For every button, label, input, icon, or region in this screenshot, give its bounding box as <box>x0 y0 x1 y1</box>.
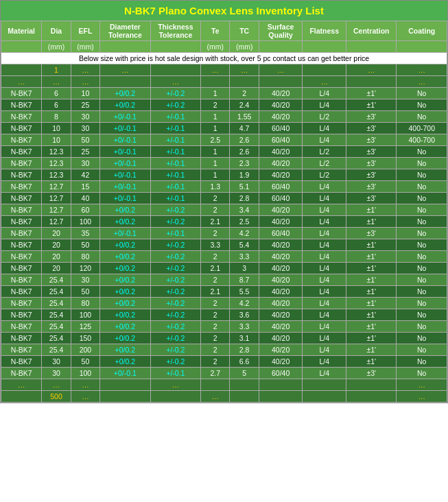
cell-cent: ±3' <box>346 193 397 204</box>
cell-tc: 4.2 <box>230 298 259 309</box>
table-row: N-BK72035+0/-0.1+/-0.124.260/40L/4±3'No <box>1 228 447 239</box>
cell-material: N-BK7 <box>1 274 42 286</box>
cell-coat: No <box>397 193 447 204</box>
cell-te <box>201 379 230 391</box>
cell-material: N-BK7 <box>1 146 42 158</box>
cell-thtol: +/-0.1 <box>150 134 200 146</box>
cell-cent: ±3' <box>346 181 397 193</box>
col-header-efl: EFL <box>71 21 99 41</box>
cell-cent: ±3' <box>346 146 397 158</box>
table-row: N-BK7610+0/0.2+/-0.21240/20L/4±1'No <box>1 88 447 99</box>
cell-material <box>1 64 42 76</box>
cell-cent: ±1' <box>346 298 397 309</box>
cell-tc: 6.6 <box>230 356 259 368</box>
cell-dia: 25.4 <box>42 286 71 298</box>
col-header-material: Material <box>1 21 42 41</box>
cell-coat: No <box>397 216 447 228</box>
cell-flat: L/2 <box>303 111 346 123</box>
cell-thtol: +/-0.1 <box>150 158 200 169</box>
col-header-sq: Surface Quality <box>259 21 303 41</box>
cell-cent: ±1' <box>346 274 397 286</box>
cell-material: N-BK7 <box>1 134 42 146</box>
cell-diatol: +0/-0.1 <box>100 181 150 193</box>
cell-flat: L/4 <box>303 134 346 146</box>
cell-diatol <box>100 76 150 88</box>
cell-coat: 400-700 <box>397 134 447 146</box>
cell-tc: 5.4 <box>230 239 259 251</box>
col-header-coat: Coating <box>397 21 447 41</box>
cell-material: N-BK7 <box>1 158 42 169</box>
col-header-cent: Centration <box>346 21 397 41</box>
cell-dia: 25.4 <box>42 309 71 321</box>
cell-coat: No <box>397 298 447 309</box>
cell-tc <box>230 76 259 88</box>
cell-sq: 40/20 <box>259 356 303 368</box>
cell-flat: L/2 <box>303 146 346 158</box>
table-row: N-BK720120+0/0.2+/-0.22.1340/20L/4±1'No <box>1 263 447 274</box>
cell-efl: 125 <box>71 321 99 333</box>
unit-thtol <box>150 41 200 53</box>
cell-cent <box>346 76 397 88</box>
cell-tc: 3.1 <box>230 333 259 344</box>
cell-thtol: +/-0.1 <box>150 123 200 134</box>
cell-flat: L/4 <box>303 286 346 298</box>
cell-efl: 150 <box>71 333 99 344</box>
unit-material <box>1 41 42 53</box>
cell-cent: ±1' <box>346 356 397 368</box>
cell-thtol: +/-0.2 <box>150 251 200 263</box>
cell-cent: ±1' <box>346 216 397 228</box>
cell-flat: L/4 <box>303 274 346 286</box>
cell-te: 2 <box>201 251 230 263</box>
cell-diatol: +0/0.2 <box>100 274 150 286</box>
cell-material: … <box>1 379 42 391</box>
cell-dia: 25.4 <box>42 344 71 356</box>
cell-thtol: +/-0.1 <box>150 193 200 204</box>
cell-coat: … <box>397 379 447 391</box>
cell-material: N-BK7 <box>1 204 42 216</box>
cell-efl: 50 <box>71 286 99 298</box>
cell-coat: No <box>397 111 447 123</box>
cell-efl: 30 <box>71 158 99 169</box>
cell-sq: 40/20 <box>259 309 303 321</box>
cell-flat: L/4 <box>303 88 346 99</box>
cell-tc: 4.2 <box>230 228 259 239</box>
cell-tc: 2.4 <box>230 99 259 111</box>
cell-material: N-BK7 <box>1 239 42 251</box>
cell-material: N-BK7 <box>1 333 42 344</box>
cell-te: 2 <box>201 204 230 216</box>
cell-tc <box>230 391 259 403</box>
table-row: 500……… <box>1 391 447 403</box>
cell-cent: ±3' <box>346 228 397 239</box>
col-header-flat: Flatness <box>303 21 346 41</box>
cell-te: 2 <box>201 298 230 309</box>
cell-efl: 15 <box>71 181 99 193</box>
cell-material: N-BK7 <box>1 368 42 379</box>
cell-cent: ±1' <box>346 286 397 298</box>
unit-flat <box>303 41 346 53</box>
cell-material: N-BK7 <box>1 123 42 134</box>
cell-thtol: +/-0.2 <box>150 263 200 274</box>
cell-dia: 25.4 <box>42 333 71 344</box>
cell-tc: … <box>230 64 259 76</box>
cell-dia: 8 <box>42 111 71 123</box>
cell-thtol: +/-0.2 <box>150 88 200 99</box>
unit-sq <box>259 41 303 53</box>
cell-coat: No <box>397 239 447 251</box>
cell-tc: 2.8 <box>230 344 259 356</box>
cell-tc: 3 <box>230 263 259 274</box>
cell-material: N-BK7 <box>1 169 42 181</box>
cell-flat: L/4 <box>303 263 346 274</box>
cell-flat <box>303 64 346 76</box>
cell-coat: No <box>397 321 447 333</box>
cell-efl: 50 <box>71 239 99 251</box>
cell-coat: No <box>397 146 447 158</box>
cell-tc: 3.3 <box>230 251 259 263</box>
cell-cent: ±1' <box>346 344 397 356</box>
cell-diatol: +0/0.2 <box>100 321 150 333</box>
table-row: N-BK725.4200+0/0.2+/-0.222.840/20L/4±1'N… <box>1 344 447 356</box>
col-header-diatol: Diameter Tolerance <box>100 21 150 41</box>
cell-material: N-BK7 <box>1 286 42 298</box>
table-row: N-BK71030+0/-0.1+/-0.114.760/40L/4±3'400… <box>1 123 447 134</box>
cell-flat: L/4 <box>303 368 346 379</box>
unit-coat <box>397 41 447 53</box>
